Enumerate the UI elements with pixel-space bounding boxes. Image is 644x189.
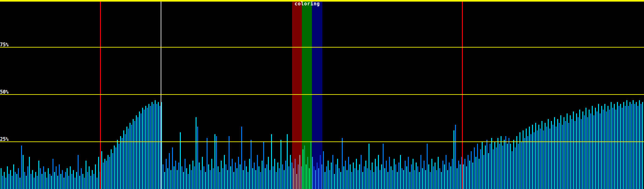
- bar: [370, 170, 371, 189]
- bar: [623, 102, 624, 189]
- bar: [527, 136, 528, 189]
- red-band: [292, 2, 302, 189]
- bar: [54, 172, 55, 189]
- bar: [122, 138, 123, 189]
- bar: [340, 172, 341, 189]
- bar: [416, 163, 417, 189]
- bar: [178, 163, 179, 189]
- bar: [439, 168, 440, 189]
- bar: [53, 159, 53, 189]
- bar: [101, 151, 102, 189]
- blue-band: [312, 2, 322, 189]
- bar: [441, 172, 442, 189]
- white-marker: [161, 2, 161, 189]
- bar: [255, 170, 256, 189]
- bar: [442, 161, 443, 189]
- bar: [486, 140, 487, 189]
- bar: [592, 106, 593, 189]
- bar: [472, 163, 473, 189]
- bar: [163, 164, 164, 189]
- bar: [288, 166, 289, 189]
- bar: [185, 159, 186, 189]
- bar: [126, 127, 127, 189]
- bar: [507, 144, 508, 189]
- bar: [622, 108, 623, 189]
- bar: [230, 166, 231, 189]
- bar: [287, 134, 288, 189]
- bar: [554, 117, 555, 189]
- bar: [200, 170, 201, 189]
- bar: [402, 168, 402, 189]
- bar: [139, 112, 140, 189]
- bar: [565, 121, 566, 189]
- bar: [310, 142, 311, 189]
- bar: [90, 176, 91, 189]
- bar: [7, 166, 8, 189]
- bar: [405, 161, 406, 189]
- bar: [271, 134, 272, 189]
- bar: [202, 157, 203, 189]
- bar: [265, 168, 266, 189]
- bar: [414, 170, 415, 189]
- bar: [312, 157, 313, 189]
- bar: [526, 129, 527, 189]
- bar: [120, 136, 121, 189]
- gridline-75: [0, 47, 644, 48]
- bar: [584, 115, 585, 189]
- bar: [181, 166, 182, 189]
- bar: [323, 151, 324, 189]
- bar: [364, 166, 365, 189]
- bar: [593, 115, 594, 189]
- bar: [89, 166, 90, 189]
- bar: [2, 176, 3, 189]
- bar: [222, 168, 223, 189]
- bar: [424, 161, 425, 189]
- bar: [43, 166, 44, 189]
- bar: [70, 166, 71, 189]
- red-marker-left: [100, 2, 101, 189]
- bar: [400, 155, 401, 189]
- bar: [537, 130, 538, 189]
- bar: [614, 104, 615, 189]
- bar: [570, 115, 571, 189]
- bar: [362, 172, 363, 189]
- bar: [174, 166, 175, 189]
- bar: [519, 132, 520, 189]
- bar: [207, 138, 208, 189]
- bar: [409, 172, 410, 189]
- bar: [282, 164, 283, 189]
- bar: [581, 119, 582, 189]
- bar: [631, 104, 632, 189]
- bar: [604, 104, 605, 189]
- bar: [505, 136, 506, 189]
- bar: [320, 155, 321, 189]
- bar: [114, 146, 115, 189]
- bar: [435, 163, 436, 189]
- bar: [277, 163, 278, 189]
- bar: [87, 172, 88, 189]
- bar: [145, 106, 146, 189]
- bar: [153, 104, 154, 189]
- bar: [317, 163, 318, 189]
- bar: [199, 163, 200, 189]
- bar: [299, 155, 300, 189]
- bar: [232, 159, 233, 189]
- bar: [408, 157, 409, 189]
- bar: [494, 142, 495, 189]
- bar: [463, 164, 464, 189]
- bar: [34, 178, 35, 189]
- bar: [488, 153, 489, 189]
- bar: [530, 134, 531, 189]
- bar: [417, 166, 418, 189]
- bar: [334, 174, 335, 189]
- bar: [427, 144, 428, 189]
- bar: [117, 140, 118, 189]
- bar: [180, 132, 181, 189]
- bar: [345, 161, 346, 189]
- bar: [524, 138, 525, 189]
- bar: [260, 172, 261, 189]
- bar: [65, 172, 66, 189]
- bar: [218, 166, 219, 189]
- bar: [617, 102, 618, 189]
- bar: [392, 170, 393, 189]
